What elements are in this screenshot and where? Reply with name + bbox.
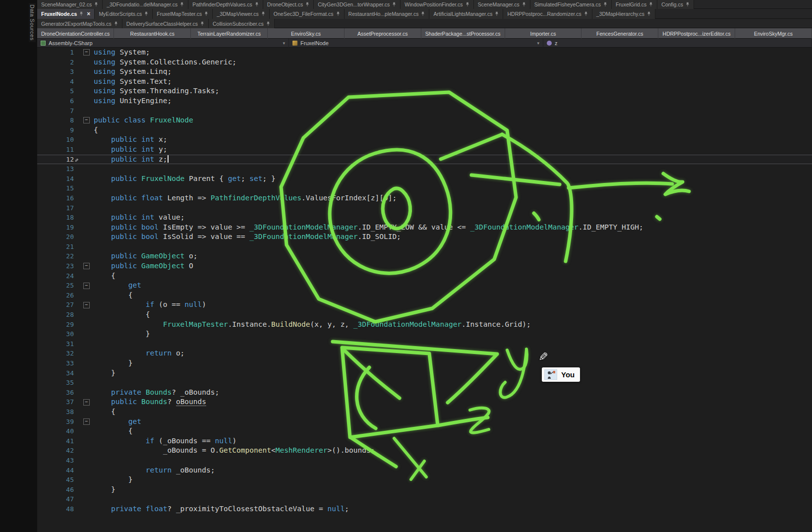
pin-icon[interactable]	[336, 11, 340, 16]
code-line[interactable]: 19 public bool IsEmpty => value >= _3DFo…	[37, 223, 812, 233]
document-tab[interactable]: SceneManager_02.cs	[37, 0, 103, 9]
line-number[interactable]: 31	[37, 339, 79, 349]
line-number[interactable]: 26	[37, 291, 79, 300]
document-tab[interactable]: _3DFoundatio...delManager.cs	[103, 0, 188, 9]
fold-toggle-icon[interactable]: −	[83, 399, 90, 406]
line-number[interactable]: 21	[37, 242, 79, 252]
code-line[interactable]: 9{	[37, 125, 812, 135]
line-number[interactable]: 38	[37, 407, 79, 417]
fold-toggle-icon[interactable]: −	[83, 418, 90, 425]
pin-icon[interactable]	[94, 2, 98, 7]
line-number[interactable]: 14	[37, 174, 79, 184]
fold-toggle-icon[interactable]: −	[83, 263, 90, 269]
code-line[interactable]: 2using System.Collections.Generic;	[37, 58, 812, 67]
code-line[interactable]: 46 }	[37, 485, 812, 495]
code-line[interactable]: 35	[37, 378, 812, 388]
code-line[interactable]: 36 private Bounds? _oBounds;	[37, 388, 812, 398]
line-number[interactable]: 29	[37, 320, 79, 330]
code-line[interactable]: 10 public int x;	[37, 135, 812, 145]
code-line[interactable]: 41 if (_oBounds == null)	[37, 436, 812, 446]
line-number[interactable]: 18	[37, 213, 79, 223]
data-sources-tool-tab[interactable]: Data Sources	[29, 3, 36, 42]
pin-icon[interactable]	[180, 2, 184, 7]
pin-icon[interactable]	[204, 11, 208, 16]
project-dropdown[interactable]: Assembly-CSharp ▾	[37, 39, 289, 48]
document-tab[interactable]: CityGen3DGen...torWrapper.cs	[314, 0, 401, 9]
line-number[interactable]: 4	[37, 77, 79, 87]
line-number[interactable]: 5	[37, 86, 79, 96]
code-line[interactable]: 6using UnityEngine;	[37, 96, 812, 106]
document-tab[interactable]: DroneOrientationController.cs	[37, 28, 114, 39]
document-tab[interactable]: Importer.cs	[505, 28, 582, 39]
code-line[interactable]: 11 public int y;	[37, 145, 812, 155]
document-tab[interactable]: Generator2ExportMapTools.cs	[37, 19, 122, 28]
document-tab[interactable]: ArtificialLightsManager.cs	[429, 9, 503, 19]
line-number[interactable]: 46	[37, 485, 79, 495]
code-line[interactable]: 44 return _oBounds;	[37, 466, 812, 475]
pin-icon[interactable]	[603, 2, 607, 7]
line-number[interactable]: 24	[37, 271, 79, 281]
document-tab[interactable]: ShaderPackage...stProcessor.cs	[421, 28, 505, 39]
line-number[interactable]: 45	[37, 475, 79, 485]
pin-icon[interactable]	[392, 2, 396, 7]
code-line[interactable]: 39− get	[37, 417, 812, 427]
code-line[interactable]: 43	[37, 456, 812, 466]
document-tab[interactable]: WindowPositionFinder.cs	[401, 0, 473, 9]
pin-icon[interactable]	[266, 21, 270, 26]
line-number[interactable]: 35	[37, 378, 79, 388]
line-number[interactable]: 9	[37, 125, 79, 135]
document-tab[interactable]: EnviroSkyMgr.cs	[735, 28, 812, 39]
line-number[interactable]: 13	[37, 164, 79, 174]
document-tab[interactable]: SimulatedFisheyeCamera.cs	[530, 0, 612, 9]
document-tab[interactable]: DeliverySurfaceClassHelper.cs	[122, 19, 209, 28]
code-line[interactable]: 25− get	[37, 281, 812, 291]
code-line[interactable]: 23− public GameObject O	[37, 261, 812, 271]
code-line[interactable]: 29 FruxelMapTester.Instance.BuildNode(x,…	[37, 320, 812, 330]
fold-toggle-icon[interactable]: −	[83, 283, 90, 289]
line-number[interactable]: 28	[37, 310, 79, 320]
pin-icon[interactable]	[255, 2, 259, 7]
document-tab[interactable]: DroneObject.cs	[263, 0, 314, 9]
pin-icon[interactable]	[465, 2, 469, 7]
document-tab[interactable]: Config.cs	[657, 0, 694, 9]
code-line[interactable]: 14 public FruxelNode Parent { get; set; …	[37, 174, 812, 184]
line-number[interactable]: 30	[37, 329, 79, 339]
code-line[interactable]: 48 private float? _proximityToClosestObs…	[37, 504, 812, 514]
code-line[interactable]: 7	[37, 106, 812, 116]
line-number[interactable]: 23	[37, 261, 79, 271]
document-tab[interactable]: EnviroSky.cs	[268, 28, 345, 39]
line-number[interactable]: 20	[37, 232, 79, 242]
line-number[interactable]: 34	[37, 368, 79, 378]
line-number[interactable]: 16	[37, 193, 79, 203]
pin-icon[interactable]	[144, 11, 148, 16]
code-line[interactable]: 18 public int value;	[37, 213, 812, 223]
line-number[interactable]: 41	[37, 436, 79, 446]
pin-icon[interactable]	[200, 21, 204, 26]
code-line[interactable]: 33 }	[37, 358, 812, 368]
code-line[interactable]: 8−public class FruxelNode	[37, 116, 812, 125]
code-line[interactable]: 38 {	[37, 407, 812, 417]
document-tab[interactable]: OneSec3D_FileFormat.cs	[270, 9, 345, 19]
type-dropdown[interactable]: FruxelNode ▾	[289, 39, 543, 48]
document-tab[interactable]: PathfinderDepthValues.cs	[188, 0, 263, 9]
fold-toggle-icon[interactable]: −	[83, 49, 90, 56]
document-tab[interactable]: _3DMapHierarchy.cs	[592, 9, 655, 19]
pin-icon[interactable]	[647, 11, 651, 16]
document-tab[interactable]: AssetPreprocessor.cs	[345, 28, 421, 39]
pin-icon[interactable]	[114, 21, 118, 26]
pin-icon[interactable]	[261, 11, 265, 16]
code-line[interactable]: 30 }	[37, 329, 812, 339]
line-number[interactable]: 12	[37, 155, 79, 165]
code-line[interactable]: 28 {	[37, 310, 812, 320]
document-tab[interactable]: RestaurantHo...pleManager.cs	[345, 9, 430, 19]
line-number[interactable]: 10	[37, 135, 79, 145]
code-line[interactable]: 21	[37, 242, 812, 252]
document-tab[interactable]: RestaurantHook.cs	[114, 28, 191, 39]
document-tab[interactable]: HDRPPostproc...Randomizer.cs	[503, 9, 592, 19]
document-tab[interactable]: CollisionSubscriber.cs	[209, 19, 275, 28]
pin-icon[interactable]	[584, 11, 588, 16]
document-tab[interactable]: FruxelNode.cs×	[37, 9, 95, 19]
code-line[interactable]: 26 {	[37, 291, 812, 300]
code-line[interactable]: 17	[37, 203, 812, 213]
code-line[interactable]: 13	[37, 164, 812, 174]
